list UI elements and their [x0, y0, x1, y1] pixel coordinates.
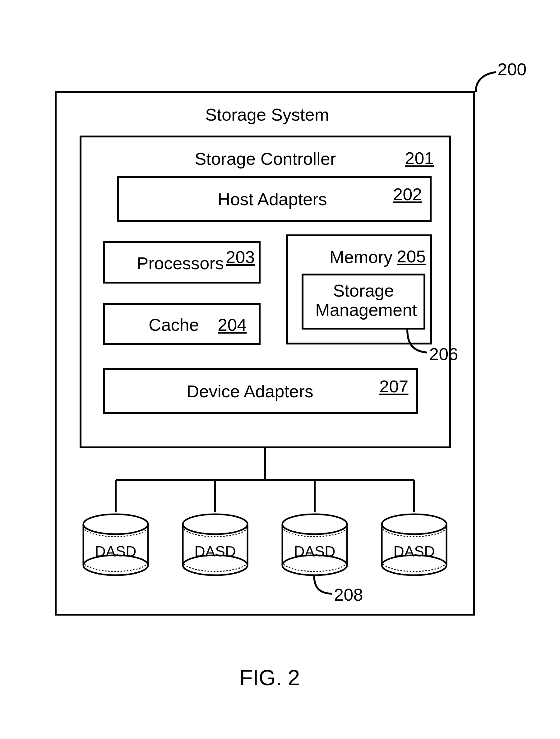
figure-caption: FIG. 2 — [240, 665, 300, 690]
ref-dasd: 208 — [334, 584, 363, 605]
callout-208 — [0, 0, 560, 739]
